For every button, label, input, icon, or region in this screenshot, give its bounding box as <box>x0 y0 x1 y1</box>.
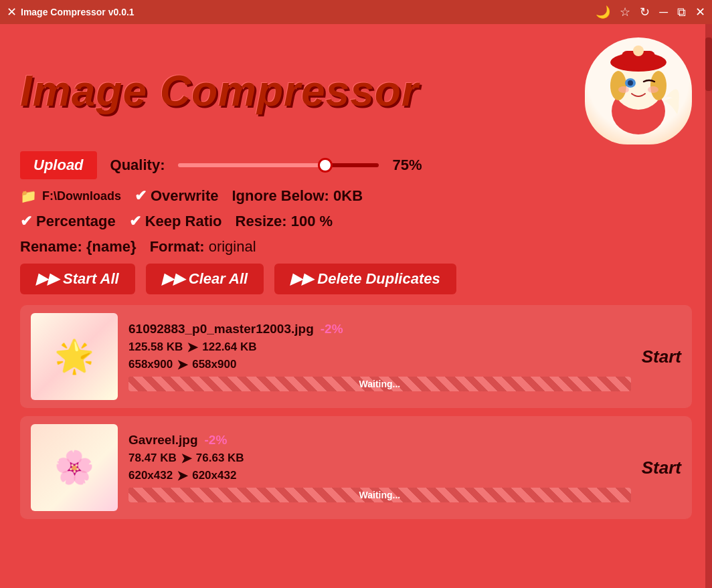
svg-point-6 <box>650 71 666 100</box>
overwrite-label: Overwrite <box>151 187 219 205</box>
svg-point-9 <box>618 86 629 93</box>
folder-path-row: 📁 F:\Downloads <box>20 188 121 204</box>
overwrite-checkmark: ✔ <box>135 187 147 205</box>
percentage-ratio-row: ✔ Percentage ✔ Keep Ratio Resize: 100 % <box>20 213 692 230</box>
ignore-below-label: Ignore Below: 0KB <box>232 187 363 205</box>
format-label: Format: original <box>150 238 256 256</box>
file-name-1: Gavreel.jpg <box>128 433 198 448</box>
start-all-button[interactable]: ▶▶ Start All <box>20 264 135 294</box>
percentage-label: Percentage <box>36 213 116 230</box>
file-info-1: Gavreel.jpg -2% 78.47 KB ➤ 76.63 KB 620x… <box>128 433 631 502</box>
file-dim-row-0: 658x900 ➤ 658x900 <box>128 357 631 373</box>
dim-arrow-1: ➤ <box>177 468 188 484</box>
file-name-row-0: 61092883_p0_master12003.jpg -2% <box>128 322 631 336</box>
file-percent-1: -2% <box>205 433 228 448</box>
file-size-row-1: 78.47 KB ➤ 76.63 KB <box>128 450 631 466</box>
file-name-row-1: Gavreel.jpg -2% <box>128 433 631 448</box>
overwrite-check[interactable]: ✔ Overwrite <box>135 187 219 205</box>
file-size-row-0: 125.58 KB ➤ 122.64 KB <box>128 339 631 355</box>
file-thumbnail-0: 🌟 <box>31 313 118 400</box>
keep-ratio-check[interactable]: ✔ Keep Ratio <box>129 213 222 230</box>
app-icon: ✕ <box>7 5 17 19</box>
file-size-from-0: 125.58 KB <box>128 340 183 354</box>
upload-quality-row: Upload Quality: 75% <box>20 151 692 179</box>
star-icon[interactable]: ☆ <box>620 5 630 19</box>
file-info-0: 61092883_p0_master12003.jpg -2% 125.58 K… <box>128 322 631 391</box>
file-item: 🌸 Gavreel.jpg -2% 78.47 KB ➤ 76.63 KB 62… <box>20 416 692 519</box>
format-prefix: Format: <box>150 238 209 255</box>
title-bar-text: Image Compressor v0.0.1 <box>21 7 135 17</box>
resize-label: Resize: 100 % <box>236 213 333 230</box>
controls-section: Upload Quality: 75% 📁 F:\Downloads ✔ Ove… <box>20 151 692 256</box>
file-dim-from-0: 658x900 <box>128 358 173 371</box>
rename-format-row: Rename: {name} Format: original <box>20 238 692 256</box>
progress-text-0: Waiting... <box>128 377 631 391</box>
mascot-svg <box>585 37 692 144</box>
scrollbar-thumb[interactable] <box>705 37 712 91</box>
file-dim-to-1: 620x432 <box>192 469 236 482</box>
size-arrow-1: ➤ <box>181 450 192 466</box>
file-name-0: 61092883_p0_master12003.jpg <box>128 322 314 336</box>
title-bar: ✕ Image Compressor v0.0.1 🌙 ☆ ↻ ─ ⧉ ✕ <box>0 0 712 24</box>
svg-point-5 <box>610 71 626 100</box>
minimize-icon[interactable]: ─ <box>659 5 668 19</box>
progress-bar-0: Waiting... <box>128 377 631 391</box>
rename-label: Rename: {name} <box>20 238 137 256</box>
file-dim-row-1: 620x432 ➤ 620x432 <box>128 468 631 484</box>
quality-slider-container <box>178 163 379 167</box>
file-dim-to-0: 658x900 <box>192 358 236 371</box>
mascot-image <box>585 37 692 144</box>
app-title: Image Compressor <box>20 68 419 114</box>
main-content: Image Compressor <box>0 24 712 541</box>
format-value: original <box>209 238 256 255</box>
folder-icon[interactable]: 📁 <box>20 188 37 204</box>
file-percent-0: -2% <box>321 322 343 336</box>
start-button-0[interactable]: Start <box>642 347 681 367</box>
svg-point-10 <box>648 86 658 93</box>
scrollbar[interactable] <box>705 24 712 588</box>
file-dim-from-1: 620x432 <box>128 469 173 482</box>
dim-arrow-0: ➤ <box>177 357 188 373</box>
quality-value: 75% <box>392 157 422 174</box>
refresh-icon[interactable]: ↻ <box>640 5 650 19</box>
file-thumbnail-1: 🌸 <box>31 424 118 511</box>
progress-bar-1: Waiting... <box>128 488 631 502</box>
delete-duplicates-button[interactable]: ▶▶ Delete Duplicates <box>274 264 456 294</box>
upload-button[interactable]: Upload <box>20 151 97 179</box>
percentage-checkmark: ✔ <box>20 213 32 230</box>
file-size-from-1: 78.47 KB <box>128 452 177 465</box>
path-overwrite-row: 📁 F:\Downloads ✔ Overwrite Ignore Below:… <box>20 187 692 205</box>
svg-point-8 <box>628 80 633 86</box>
window-controls: 🌙 ☆ ↻ ─ ⧉ ✕ <box>596 5 705 19</box>
quality-slider[interactable] <box>178 163 379 167</box>
restore-icon[interactable]: ⧉ <box>677 5 686 19</box>
folder-path: F:\Downloads <box>42 189 121 203</box>
file-size-to-0: 122.64 KB <box>202 340 256 354</box>
progress-text-1: Waiting... <box>128 488 631 502</box>
start-button-1[interactable]: Start <box>642 458 681 478</box>
file-list: 🌟 61092883_p0_master12003.jpg -2% 125.58… <box>20 305 692 519</box>
close-icon[interactable]: ✕ <box>695 5 705 19</box>
file-item: 🌟 61092883_p0_master12003.jpg -2% 125.58… <box>20 305 692 408</box>
quality-label: Quality: <box>110 157 165 174</box>
percentage-check[interactable]: ✔ Percentage <box>20 213 116 230</box>
svg-point-4 <box>633 45 644 56</box>
action-buttons: ▶▶ Start All ▶▶ Clear All ▶▶ Delete Dupl… <box>20 264 692 294</box>
rename-prefix: Rename: <box>20 238 86 255</box>
rename-value: {name} <box>86 238 137 255</box>
keep-ratio-label: Keep Ratio <box>145 213 222 230</box>
size-arrow-0: ➤ <box>187 339 198 355</box>
moon-icon[interactable]: 🌙 <box>596 5 610 19</box>
file-size-to-1: 76.63 KB <box>196 452 244 465</box>
keep-ratio-checkmark: ✔ <box>129 213 141 230</box>
header-row: Image Compressor <box>20 37 692 144</box>
clear-all-button[interactable]: ▶▶ Clear All <box>146 264 264 294</box>
